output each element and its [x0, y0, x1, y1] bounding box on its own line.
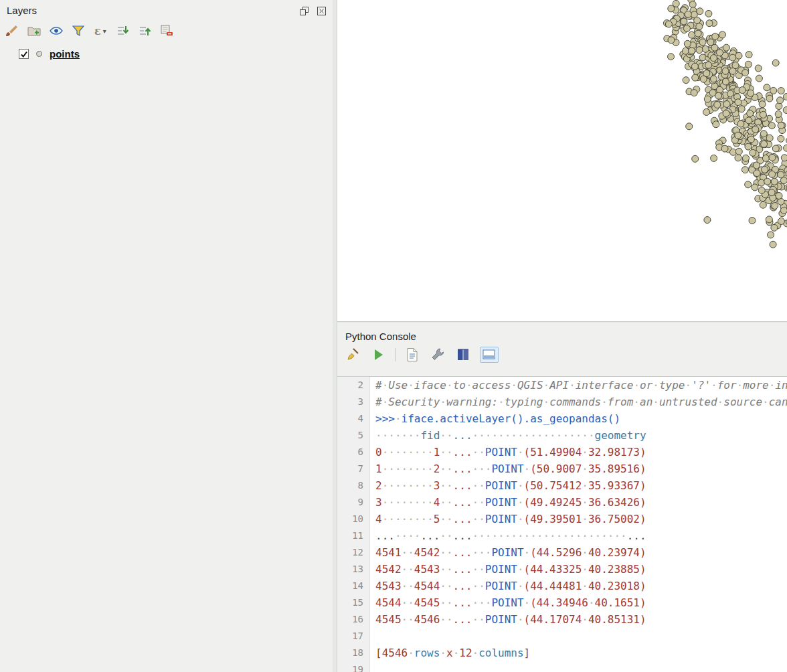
remove-layer-button[interactable] — [159, 23, 175, 39]
line-number: 2 — [337, 377, 370, 394]
line-number: 11 — [337, 527, 370, 544]
clear-console-broom-icon — [345, 347, 361, 363]
console-line: 82········3··...··POINT·(50.75412·35.933… — [337, 477, 787, 494]
line-number: 8 — [337, 477, 370, 494]
line-number: 16 — [337, 611, 370, 628]
console-line: 144543··4544··...··POINT·(44.44481·40.23… — [337, 578, 787, 594]
close-panel-button[interactable] — [316, 5, 327, 17]
line-number: 6 — [337, 444, 370, 460]
filter-legend-icon — [71, 23, 86, 38]
remove-layer-icon — [159, 23, 174, 38]
map-points-layer — [337, 0, 787, 322]
console-line: 17 — [337, 628, 787, 645]
line-number: 9 — [337, 494, 370, 511]
expand-all-button[interactable] — [114, 23, 130, 39]
line-number: 17 — [337, 628, 370, 645]
console-output[interactable]: 2#·Use·iface·to·access·QGIS·API·interfac… — [337, 376, 787, 672]
line-number: 4 — [337, 410, 370, 427]
filter-expression-icon: ε — [94, 25, 101, 37]
float-panel-button[interactable] — [298, 5, 310, 17]
console-line: 3#·Security·warning:·typing·commands·fro… — [337, 394, 787, 410]
dock-console-icon — [481, 347, 497, 363]
line-number: 14 — [337, 578, 370, 594]
toolbar-separator — [395, 348, 396, 361]
show-editor-button[interactable] — [404, 347, 421, 363]
dock-console-button[interactable] — [480, 347, 499, 363]
console-line: 164545··4546··...··POINT·(44.17074·40.85… — [337, 611, 787, 628]
help-button[interactable] — [454, 347, 472, 363]
console-line: 11...····...··...·······················… — [337, 527, 787, 544]
line-number: 5 — [337, 427, 370, 444]
add-group-button[interactable] — [26, 23, 42, 39]
map-themes-eye-icon — [49, 23, 64, 38]
console-line: 2#·Use·iface·to·access·QGIS·API·interfac… — [337, 377, 787, 394]
console-line: 134542··4543··...··POINT·(44.43325·40.23… — [337, 561, 787, 578]
open-styling-panel-button[interactable] — [4, 23, 20, 39]
layer-item-points[interactable]: points — [19, 48, 80, 60]
line-number: 13 — [337, 561, 370, 578]
python-console-title: Python Console — [345, 331, 416, 342]
console-line: 93········4··...··POINT·(49.49245·36.634… — [337, 494, 787, 511]
dropdown-arrow-icon: ▾ — [103, 27, 106, 35]
console-line: 60········1··...··POINT·(51.49904·32.981… — [337, 444, 787, 460]
float-panel-icon — [298, 5, 310, 17]
map-canvas[interactable] — [337, 0, 787, 322]
collapse-all-icon — [137, 23, 152, 38]
add-group-icon — [27, 23, 41, 38]
console-line: 5·······fid··...···················geome… — [337, 427, 787, 444]
help-book-icon — [455, 347, 471, 363]
line-number: 7 — [337, 460, 370, 477]
line-number: 19 — [337, 661, 370, 672]
console-line: 19 — [337, 661, 787, 672]
console-line: 124541··4542··...···POINT·(44.5296·40.23… — [337, 544, 787, 561]
brush-icon — [5, 23, 19, 38]
line-number: 15 — [337, 594, 370, 611]
expand-all-icon — [115, 23, 130, 38]
filter-legend-button[interactable] — [70, 23, 86, 39]
close-panel-icon — [316, 5, 327, 17]
run-command-button[interactable] — [369, 347, 387, 363]
options-wrench-icon — [430, 347, 446, 363]
layers-toolbar: ε ▾ — [4, 23, 175, 39]
console-line: 154544··4545··...···POINT·(44.34946·40.1… — [337, 594, 787, 611]
line-number: 10 — [337, 511, 370, 527]
options-button[interactable] — [429, 347, 446, 363]
python-console-panel: Python Console 2#·Use·iface·to·access·QG… — [337, 323, 787, 672]
checkmark-icon — [20, 50, 28, 58]
filter-legend-by-expression-button[interactable]: ε ▾ — [92, 23, 108, 39]
show-editor-icon — [404, 347, 420, 363]
layer-label[interactable]: points — [50, 48, 80, 60]
python-console-toolbar — [344, 347, 499, 363]
console-line: 4>>>·iface.activeLayer().as_geopandas() — [337, 410, 787, 427]
layer-visibility-checkbox[interactable] — [19, 49, 29, 59]
manage-map-themes-button[interactable] — [48, 23, 64, 39]
console-line: 18[4546·rows·x·12·columns] — [337, 645, 787, 661]
console-line: 104········5··...··POINT·(49.39501·36.75… — [337, 511, 787, 527]
point-symbol-icon — [36, 51, 42, 57]
run-command-play-icon — [370, 347, 386, 363]
layers-panel-title: Layers — [7, 5, 37, 16]
layers-panel: Layers ε ▾ — [0, 0, 333, 672]
console-line: 71········2··...···POINT·(50.9007·35.895… — [337, 460, 787, 477]
line-number: 12 — [337, 544, 370, 561]
clear-console-button[interactable] — [344, 347, 361, 363]
collapse-all-button[interactable] — [137, 23, 153, 39]
layers-panel-titlebar: Layers — [0, 0, 333, 20]
line-number: 18 — [337, 645, 370, 661]
line-number: 3 — [337, 394, 370, 410]
